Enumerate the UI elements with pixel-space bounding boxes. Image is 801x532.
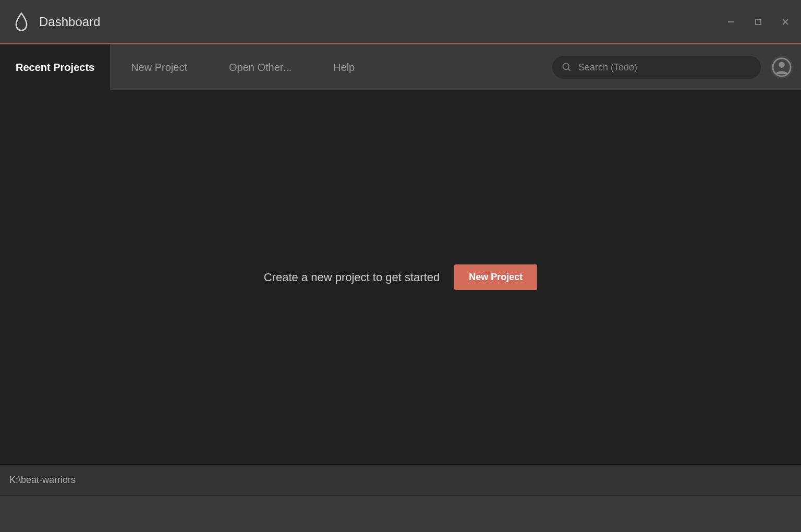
search-avatar-group: [552, 44, 801, 90]
search-input[interactable]: [578, 62, 751, 73]
svg-point-7: [779, 62, 784, 68]
svg-line-5: [568, 69, 571, 71]
svg-rect-1: [756, 19, 761, 25]
path-text: K:\beat-warriors: [9, 475, 76, 486]
tab-new-project[interactable]: New Project: [110, 44, 208, 90]
minimize-button[interactable]: [726, 17, 736, 27]
pathbar[interactable]: K:\beat-warriors: [0, 464, 801, 495]
search-box[interactable]: [552, 56, 761, 79]
app-logo-icon: [13, 12, 30, 32]
app-title: Dashboard: [39, 15, 100, 29]
tab-open-other[interactable]: Open Other...: [208, 44, 312, 90]
tab-label: New Project: [131, 62, 187, 74]
tab-help[interactable]: Help: [312, 44, 375, 90]
tab-label: Help: [333, 62, 355, 74]
user-icon: [772, 57, 792, 77]
tabbar: Recent Projects New Project Open Other..…: [0, 44, 801, 90]
tab-label: Recent Projects: [16, 62, 94, 74]
new-project-button[interactable]: New Project: [454, 264, 537, 290]
avatar[interactable]: [770, 56, 793, 79]
close-button[interactable]: [780, 17, 791, 27]
search-icon: [562, 62, 572, 72]
bottombar: [0, 495, 801, 532]
window-controls: [726, 0, 791, 43]
logo-title-group: Dashboard: [13, 12, 100, 32]
maximize-button[interactable]: [753, 17, 763, 27]
titlebar: Dashboard: [0, 0, 801, 44]
tab-recent-projects[interactable]: Recent Projects: [0, 44, 110, 90]
tab-label: Open Other...: [229, 62, 292, 74]
svg-point-4: [563, 64, 569, 70]
main-content: Create a new project to get started New …: [0, 90, 801, 464]
empty-state-message: Create a new project to get started: [264, 271, 440, 284]
